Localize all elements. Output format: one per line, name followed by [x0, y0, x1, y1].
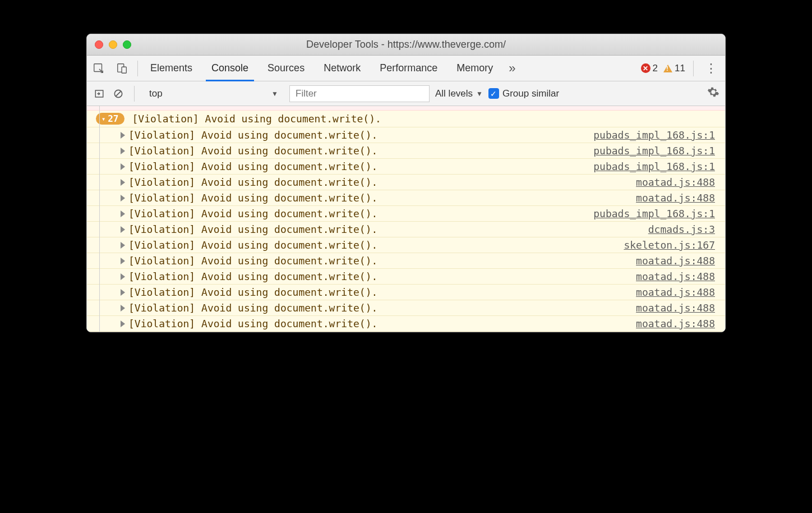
- console-message: [Violation] Avoid using document.write()…: [128, 145, 593, 157]
- tab-console[interactable]: Console: [202, 56, 257, 81]
- console-row[interactable]: [Violation] Avoid using document.write()…: [87, 285, 725, 300]
- console-source-link[interactable]: moatad.js:488: [636, 286, 719, 298]
- console-source-link[interactable]: moatad.js:488: [636, 271, 719, 282]
- console-row[interactable]: [Violation] Avoid using document.write()…: [87, 159, 725, 175]
- tab-network[interactable]: Network: [315, 56, 370, 81]
- disclosure-triangle-icon[interactable]: [121, 258, 125, 264]
- disclosure-triangle-icon[interactable]: [121, 179, 125, 186]
- group-count-badge: 27: [96, 113, 124, 125]
- console-message: [Violation] Avoid using document.write()…: [128, 239, 624, 251]
- disclosure-triangle-icon[interactable]: [121, 195, 125, 201]
- console-message: [Violation] Avoid using document.write()…: [128, 129, 593, 141]
- tab-elements[interactable]: Elements: [141, 56, 201, 81]
- clear-console-button[interactable]: [112, 88, 125, 99]
- divider: [134, 86, 135, 102]
- tab-memory[interactable]: Memory: [447, 56, 502, 81]
- console-source-link[interactable]: moatad.js:488: [636, 176, 719, 188]
- console-source-link[interactable]: moatad.js:488: [636, 255, 719, 267]
- inspect-element-icon[interactable]: [87, 56, 110, 81]
- console-row[interactable]: [Violation] Avoid using document.write()…: [87, 237, 725, 253]
- devtools-tabbar: Elements Console Sources Network Perform…: [87, 56, 725, 81]
- disclosure-triangle-icon[interactable]: [121, 163, 125, 170]
- disclosure-triangle-icon[interactable]: [121, 226, 125, 233]
- group-message: [Violation] Avoid using document.write()…: [132, 113, 381, 125]
- console-source-link[interactable]: moatad.js:488: [636, 302, 719, 314]
- console-message: [Violation] Avoid using document.write()…: [128, 302, 636, 314]
- console-row[interactable]: [Violation] Avoid using document.write()…: [87, 316, 725, 332]
- console-filter-input[interactable]: [289, 85, 430, 102]
- divider: [137, 61, 138, 76]
- panel-tabs: Elements Console Sources Network Perform…: [141, 56, 502, 81]
- console-source-link[interactable]: pubads_impl_168.js:1: [593, 161, 719, 172]
- console-row[interactable]: [Violation] Avoid using document.write()…: [87, 269, 725, 285]
- console-row[interactable]: [Violation] Avoid using document.write()…: [87, 175, 725, 190]
- console-source-link[interactable]: moatad.js:488: [636, 318, 719, 329]
- execution-context-select[interactable]: top ▼: [144, 85, 284, 102]
- console-message: [Violation] Avoid using document.write()…: [128, 255, 636, 267]
- console-source-link[interactable]: pubads_impl_168.js:1: [593, 208, 719, 219]
- console-output: 27 [Violation] Avoid using document.writ…: [87, 106, 725, 332]
- console-message: [Violation] Avoid using document.write()…: [128, 271, 636, 282]
- devtools-menu-button[interactable]: ⋮: [697, 61, 725, 76]
- group-similar-checkbox[interactable]: ✓ Group similar: [488, 88, 559, 99]
- status-badges: ✕ 2 11: [641, 63, 690, 74]
- chevron-down-icon: ▼: [476, 90, 483, 98]
- chevron-down-icon: ▼: [271, 90, 278, 98]
- levels-label: All levels: [435, 88, 473, 99]
- console-message: [Violation] Avoid using document.write()…: [128, 208, 593, 219]
- console-message: [Violation] Avoid using document.write()…: [128, 176, 636, 188]
- console-message: [Violation] Avoid using document.write()…: [128, 161, 593, 172]
- disclosure-triangle-icon[interactable]: [121, 242, 125, 249]
- console-source-link[interactable]: pubads_impl_168.js:1: [593, 145, 719, 157]
- disclosure-triangle-icon[interactable]: [121, 320, 125, 327]
- error-count-badge[interactable]: ✕ 2: [641, 63, 658, 74]
- console-row[interactable]: [Violation] Avoid using document.write()…: [87, 190, 725, 206]
- console-settings-button[interactable]: [707, 86, 719, 101]
- console-message: [Violation] Avoid using document.write()…: [128, 318, 636, 329]
- checkbox-checked-icon: ✓: [488, 88, 499, 99]
- log-levels-select[interactable]: All levels ▼: [435, 88, 483, 99]
- console-source-link[interactable]: skeleton.js:167: [624, 239, 719, 251]
- tab-performance[interactable]: Performance: [371, 56, 446, 81]
- group-similar-label: Group similar: [502, 88, 559, 99]
- console-message: [Violation] Avoid using document.write()…: [128, 192, 636, 204]
- console-group-header[interactable]: 27 [Violation] Avoid using document.writ…: [87, 111, 725, 127]
- device-toggle-icon[interactable]: [110, 56, 134, 81]
- console-row[interactable]: [Violation] Avoid using document.write()…: [87, 143, 725, 159]
- console-row[interactable]: [Violation] Avoid using document.write()…: [87, 206, 725, 222]
- disclosure-triangle-icon[interactable]: [121, 132, 125, 139]
- console-source-link[interactable]: moatad.js:488: [636, 192, 719, 204]
- disclosure-triangle-icon[interactable]: [121, 273, 125, 280]
- disclosure-triangle-icon[interactable]: [121, 289, 125, 296]
- tabs-overflow-button[interactable]: »: [502, 61, 522, 76]
- error-count: 2: [653, 63, 658, 74]
- warning-count: 11: [675, 63, 685, 74]
- console-row[interactable]: [Violation] Avoid using document.write()…: [87, 253, 725, 269]
- console-row[interactable]: [Violation] Avoid using document.write()…: [87, 127, 725, 143]
- toggle-sidebar-button[interactable]: [93, 89, 106, 99]
- previous-error-stripe: [87, 106, 725, 111]
- console-row[interactable]: [Violation] Avoid using document.write()…: [87, 300, 725, 316]
- console-toolbar: top ▼ All levels ▼ ✓ Group similar: [87, 81, 725, 106]
- disclosure-triangle-icon[interactable]: [121, 148, 125, 154]
- divider: [693, 61, 694, 76]
- devtools-window: Developer Tools - https://www.theverge.c…: [86, 34, 726, 332]
- titlebar: Developer Tools - https://www.theverge.c…: [87, 34, 725, 56]
- console-message: [Violation] Avoid using document.write()…: [128, 286, 636, 298]
- disclosure-triangle-icon[interactable]: [121, 210, 125, 217]
- tab-sources[interactable]: Sources: [259, 56, 313, 81]
- error-icon: ✕: [641, 63, 650, 73]
- console-source-link[interactable]: dcmads.js:3: [648, 223, 719, 235]
- console-row[interactable]: [Violation] Avoid using document.write()…: [87, 222, 725, 237]
- disclosure-triangle-icon[interactable]: [121, 305, 125, 312]
- warning-count-badge[interactable]: 11: [663, 63, 685, 74]
- warning-icon: [663, 65, 672, 72]
- svg-rect-2: [122, 67, 126, 73]
- console-source-link[interactable]: pubads_impl_168.js:1: [593, 129, 719, 141]
- context-value: top: [149, 88, 163, 99]
- console-message: [Violation] Avoid using document.write()…: [128, 223, 648, 235]
- window-title: Developer Tools - https://www.theverge.c…: [87, 39, 725, 51]
